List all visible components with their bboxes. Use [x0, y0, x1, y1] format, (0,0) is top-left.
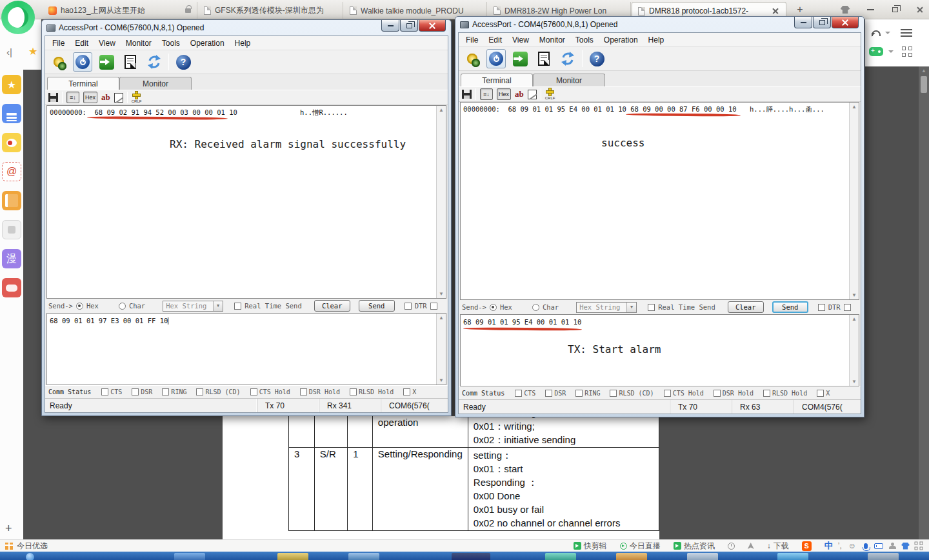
ime-account-icon[interactable] — [889, 543, 895, 549]
title-bar[interactable]: AccessPort - COM6(57600,N,8,1) Opened — [45, 20, 448, 35]
tab-close-icon[interactable] — [771, 6, 780, 15]
sidebar-item-mail[interactable]: @ — [2, 162, 21, 181]
menu-help[interactable]: Help — [230, 37, 256, 49]
char-radio[interactable] — [119, 303, 126, 310]
ascii-view-button[interactable]: ab — [515, 89, 524, 99]
scrollbar-thumb[interactable] — [921, 76, 927, 93]
minimize-button[interactable] — [794, 17, 812, 28]
log-view-button[interactable] — [534, 49, 554, 68]
scroll-up-icon[interactable]: ▲ — [439, 107, 444, 113]
browser-minimize-button[interactable] — [861, 3, 880, 17]
tab-monitor[interactable]: Monitor — [533, 74, 605, 86]
rts-checkbox[interactable] — [844, 304, 851, 311]
format-dropdown[interactable]: Hex String▼ — [576, 302, 637, 313]
undo-icon[interactable] — [872, 30, 881, 36]
settings-gears-icon[interactable] — [463, 49, 482, 68]
windows-taskbar[interactable] — [0, 552, 929, 560]
terminal-scrollbar[interactable]: ▲ ▼ — [849, 103, 859, 299]
sidebar-item-news[interactable] — [2, 104, 21, 123]
minimize-button[interactable] — [381, 20, 399, 32]
settings-gears-icon[interactable] — [49, 52, 68, 72]
browser-restore-button[interactable] — [885, 3, 904, 17]
menu-view[interactable]: View — [507, 34, 534, 46]
sidebar-item-manga[interactable]: 漫 — [2, 249, 21, 268]
quick-clip-button[interactable]: 快剪辑 — [574, 541, 607, 552]
help-button[interactable]: ? — [174, 52, 193, 72]
title-bar[interactable]: AccessPort - COM4(57600,N,8,1) Opened — [458, 17, 861, 32]
sidebar-item-games[interactable] — [2, 278, 21, 297]
clear-terminal-icon[interactable] — [528, 90, 537, 99]
browser-tab-hao123[interactable]: hao123_上网从这里开始 — [43, 2, 197, 19]
browser-logo[interactable] — [1, 1, 35, 34]
chevron-down-icon[interactable] — [888, 50, 894, 55]
terminal-output[interactable]: 00000000: 68 09 01 01 95 E4 00 01 01 10 … — [460, 102, 859, 300]
ime-punctuation-toggle[interactable]: ’, — [838, 541, 842, 550]
ime-emoji-button[interactable]: ☺ — [848, 541, 856, 550]
tab-monitor[interactable]: Monitor — [119, 77, 192, 90]
hex-radio[interactable] — [76, 303, 83, 310]
menu-file[interactable]: File — [47, 37, 70, 49]
send-scrollbar[interactable]: ▲ ▼ — [436, 314, 446, 385]
clear-button[interactable]: Clear — [728, 301, 764, 313]
sogou-ime-button[interactable]: S — [802, 541, 812, 551]
taskbar-button[interactable] — [545, 553, 576, 560]
start-orb[interactable] — [26, 553, 34, 560]
menu-tools[interactable]: Tools — [157, 37, 185, 49]
chevron-down-icon[interactable]: ▼ — [626, 303, 636, 312]
history-button[interactable] — [728, 543, 735, 550]
realtime-send-checkbox[interactable] — [234, 303, 241, 310]
hex-view-button[interactable]: Hex — [497, 88, 511, 100]
autoscroll-button[interactable]: ≡↓ — [66, 92, 79, 103]
taskbar-button[interactable] — [277, 553, 308, 560]
close-button[interactable] — [832, 17, 859, 28]
scroll-down-icon[interactable]: ▼ — [852, 379, 857, 385]
sidebar-add-button[interactable]: + — [5, 522, 12, 535]
refresh-button[interactable] — [558, 49, 577, 68]
menu-icon[interactable] — [901, 27, 912, 39]
taskbar-button[interactable] — [616, 553, 647, 560]
browser-close-button[interactable] — [908, 3, 928, 17]
save-icon[interactable] — [462, 90, 472, 99]
send-file-button[interactable] — [97, 52, 116, 72]
menu-edit[interactable]: Edit — [483, 34, 507, 46]
menu-view[interactable]: View — [94, 37, 121, 49]
save-icon[interactable] — [48, 93, 58, 102]
today-picks-label[interactable]: 今日优选 — [17, 541, 48, 552]
crlf-toggle[interactable]: CRLF — [132, 92, 142, 103]
dtr-checkbox[interactable] — [405, 303, 412, 310]
live-today-button[interactable]: 今日直播 — [620, 541, 661, 552]
collapse-sidebar-icon[interactable]: ‹| — [6, 46, 12, 57]
keyboard-icon[interactable] — [874, 543, 883, 549]
menu-monitor[interactable]: Monitor — [121, 37, 157, 49]
menu-tools[interactable]: Tools — [570, 34, 599, 46]
open-port-button[interactable] — [486, 49, 506, 68]
tab-terminal[interactable]: Terminal — [47, 77, 119, 90]
page-scrollbar[interactable]: ▲ — [919, 66, 929, 539]
scroll-down-icon[interactable]: ▼ — [439, 291, 444, 297]
refresh-button[interactable] — [145, 52, 164, 72]
menu-monitor[interactable]: Monitor — [534, 34, 570, 46]
browser-tab-gfsk[interactable]: GFSK系列透传模块-深圳市思为 — [198, 2, 343, 19]
ascii-view-button[interactable]: ab — [101, 92, 110, 103]
maximize-button[interactable] — [400, 20, 418, 32]
hot-news-button[interactable]: 热点资讯 — [674, 541, 715, 552]
open-port-button[interactable] — [73, 52, 92, 72]
realtime-send-checkbox[interactable] — [648, 304, 655, 311]
close-button[interactable] — [419, 20, 446, 32]
scroll-down-icon[interactable]: ▼ — [852, 292, 857, 298]
chevron-down-icon[interactable] — [885, 32, 890, 37]
taskbar-button[interactable] — [452, 553, 490, 560]
send-input-area[interactable]: 68 09 01 01 95 E4 00 01 01 10 TX: Start … — [460, 314, 859, 386]
format-dropdown[interactable]: Hex String▼ — [163, 301, 223, 312]
microphone-icon[interactable] — [864, 543, 868, 549]
browser-skin-button[interactable] — [835, 3, 855, 17]
menu-help[interactable]: Help — [643, 34, 670, 46]
clear-terminal-icon[interactable] — [114, 93, 123, 103]
autoscroll-button[interactable]: ≡↓ — [480, 88, 493, 100]
sidebar-item-extensions[interactable] — [2, 220, 21, 239]
terminal-scrollbar[interactable]: ▲ ▼ — [436, 106, 446, 298]
hex-radio[interactable] — [490, 304, 497, 311]
send-file-button[interactable] — [510, 49, 530, 68]
sidebar-item-notebook[interactable] — [2, 191, 21, 210]
scroll-up-icon[interactable]: ▲ — [439, 315, 444, 321]
